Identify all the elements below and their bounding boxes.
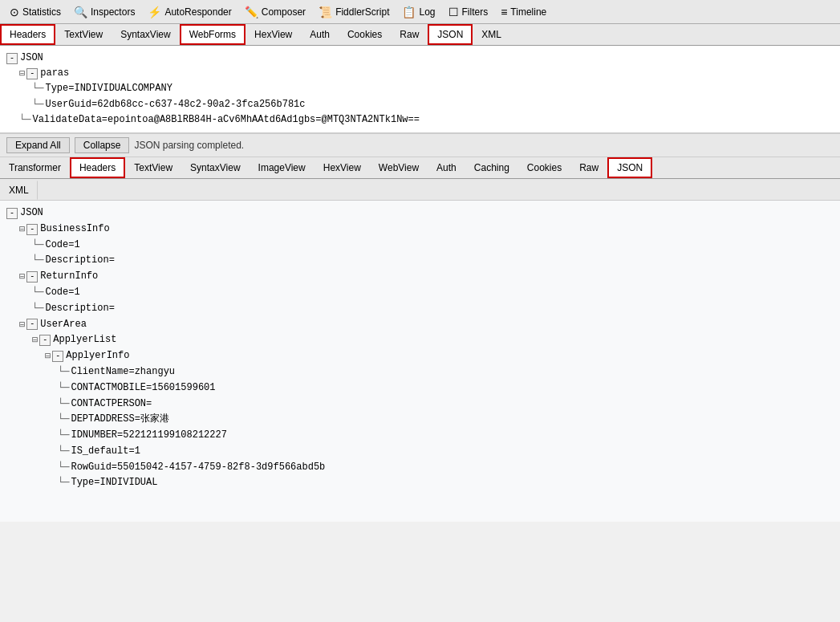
return-code-value: Code=1 [45, 285, 79, 301]
tab-top-syntaxview[interactable]: SyntaxView [112, 25, 179, 44]
tab-top-xml[interactable]: XML [473, 25, 510, 44]
connector: └─ [32, 97, 43, 112]
tree-row-paras: ⊟ - paras [6, 66, 834, 81]
tab-top-cookies[interactable]: Cookies [339, 25, 391, 44]
tab-bottom-cookies[interactable]: Cookies [518, 158, 570, 177]
tab-bottom-headers[interactable]: Headers [70, 157, 125, 178]
tree-row-bottom-root: - JSON [6, 205, 834, 222]
tree-row-contactperson: └─ CONTACTPERSON= [6, 396, 834, 413]
connector: ⊟ [19, 317, 25, 333]
tree-row-idnumber: └─ IDNUMBER=522121199108212227 [6, 428, 834, 444]
log-label: Log [419, 6, 435, 18]
menu-filters[interactable]: ☐ Filters [442, 0, 495, 23]
tree-row-return-desc: └─ Description= [6, 301, 834, 317]
tree-row-applyerlist: ⊟ - ApplyerList [6, 332, 834, 348]
menu-autoresponder[interactable]: ⚡ AutoResponder [141, 0, 237, 23]
connector: └─ [32, 238, 43, 254]
log-icon: 📋 [402, 6, 416, 18]
menu-inspectors[interactable]: 🔍 Inspectors [67, 0, 141, 23]
toggle-paras[interactable]: - [26, 68, 38, 79]
contactmobile-value: CONTACTMOBILE=15601599601 [71, 380, 215, 396]
menu-log[interactable]: 📋 Log [396, 0, 441, 23]
autoresponder-label: AutoResponder [164, 6, 231, 18]
menu-timeline[interactable]: ≡ Timeline [494, 0, 553, 23]
top-menu-bar: ⊙ Statistics 🔍 Inspectors ⚡ AutoResponde… [0, 0, 840, 24]
tree-row-type: └─ Type=INDIVIDUALCOMPANY [6, 81, 834, 96]
rowguid-value: RowGuid=55015042-4157-4759-82f8-3d9f566a… [71, 460, 325, 476]
menu-composer[interactable]: ✏️ Composer [238, 0, 312, 23]
inspectors-icon: 🔍 [74, 6, 87, 18]
toggle-returninfo[interactable]: - [26, 271, 38, 283]
tab-top-hexview[interactable]: HexView [246, 25, 301, 44]
tree-row-businessinfo: ⊟ - BusinessInfo [6, 222, 834, 238]
toggle-businessinfo[interactable]: - [26, 224, 38, 235]
tree-row-isdefault: └─ IS_default=1 [6, 444, 834, 460]
tree-row-returninfo: ⊟ - ReturnInfo [6, 269, 834, 285]
toggle-userarea[interactable]: - [26, 319, 38, 330]
tab-bottom-webview[interactable]: WebView [370, 158, 428, 177]
tree-row-type-individual: └─ Type=INDIVIDUAL [6, 475, 834, 491]
tab-bottom-xml[interactable]: XML [0, 181, 38, 200]
connector: └─ [58, 460, 69, 476]
tab-bottom-textview[interactable]: TextView [125, 158, 181, 177]
tab-top-webforms[interactable]: WebForms [180, 24, 246, 45]
businessinfo-label: BusinessInfo [40, 222, 109, 238]
deptaddress-value: DEPTADDRESS=张家港 [71, 412, 168, 428]
returninfo-label: ReturnInfo [40, 269, 98, 285]
tab-bottom-syntaxview[interactable]: SyntaxView [181, 158, 249, 177]
validatedata-value: ValidateData=epointoa@A8BlRB84H-aCv6MhAA… [32, 112, 419, 128]
connector: ⊟ [19, 66, 25, 81]
menu-statistics[interactable]: ⊙ Statistics [3, 0, 67, 23]
menu-fiddlerscript[interactable]: 📜 FiddlerScript [312, 0, 396, 23]
connector: ⊟ [32, 332, 38, 348]
tree-row-deptaddress: └─ DEPTADDRESS=张家港 [6, 412, 834, 428]
timeline-icon: ≡ [501, 6, 507, 18]
connector: └─ [58, 475, 69, 491]
tree-row-clientname: └─ ClientName=zhangyu [6, 364, 834, 380]
userarea-label: UserArea [40, 317, 87, 333]
statistics-icon: ⊙ [10, 6, 19, 18]
connector: └─ [32, 285, 43, 301]
business-code-value: Code=1 [45, 238, 79, 254]
tab-bottom-hexview[interactable]: HexView [314, 158, 370, 177]
connector: └─ [58, 380, 69, 396]
tab-bottom-imageview[interactable]: ImageView [250, 158, 314, 177]
tab-bottom-caching[interactable]: Caching [465, 158, 518, 177]
connector: └─ [58, 412, 69, 428]
tab-bottom-transformer[interactable]: Transformer [0, 158, 70, 177]
expand-all-button[interactable]: Expand All [6, 137, 70, 153]
toggle-bottom-root[interactable]: - [6, 208, 18, 219]
fiddlerscript-label: FiddlerScript [335, 6, 389, 18]
tree-row-root: - JSON [6, 51, 834, 66]
inspectors-label: Inspectors [91, 6, 135, 18]
tab-top-json[interactable]: JSON [428, 24, 473, 45]
connector: └─ [32, 81, 43, 96]
bottom-tab-bar-1: Transformer Headers TextView SyntaxView … [0, 157, 840, 179]
tab-bottom-raw[interactable]: Raw [570, 158, 607, 177]
tree-row-validatedata: └─ ValidateData=epointoa@A8BlRB84H-aCv6M… [6, 112, 834, 128]
tree-row-userguid: └─ UserGuid=62db68cc-c637-48c2-90a2-3fca… [6, 97, 834, 112]
tab-top-headers[interactable]: Headers [0, 24, 55, 45]
statistics-label: Statistics [22, 6, 61, 18]
tree-row-userarea: ⊟ - UserArea [6, 317, 834, 333]
applyerinfo-label: ApplyerInfo [66, 348, 129, 364]
connector: └─ [58, 444, 69, 460]
tab-top-raw[interactable]: Raw [391, 25, 428, 44]
connector: ⊟ [19, 222, 25, 238]
tab-top-auth[interactable]: Auth [301, 25, 339, 44]
tab-bottom-auth[interactable]: Auth [428, 158, 465, 177]
toggle-applyerinfo[interactable]: - [52, 351, 63, 362]
applyerlist-label: ApplyerList [53, 332, 116, 348]
connector: └─ [32, 301, 43, 317]
top-tab-bar: Headers TextView SyntaxView WebForms Hex… [0, 24, 840, 46]
fiddlerscript-icon: 📜 [319, 6, 332, 18]
tab-top-textview[interactable]: TextView [55, 25, 112, 44]
type-individual-value: Type=INDIVIDUAL [71, 475, 157, 491]
toggle-applyerlist[interactable]: - [39, 335, 51, 346]
parse-status: JSON parsing completed. [134, 140, 244, 151]
collapse-button[interactable]: Collapse [75, 137, 130, 153]
tab-bottom-json[interactable]: JSON [607, 157, 652, 178]
toggle-root[interactable]: - [6, 53, 18, 64]
return-desc-value: Description= [45, 301, 114, 317]
tree-row-applyerinfo: ⊟ - ApplyerInfo [6, 348, 834, 364]
